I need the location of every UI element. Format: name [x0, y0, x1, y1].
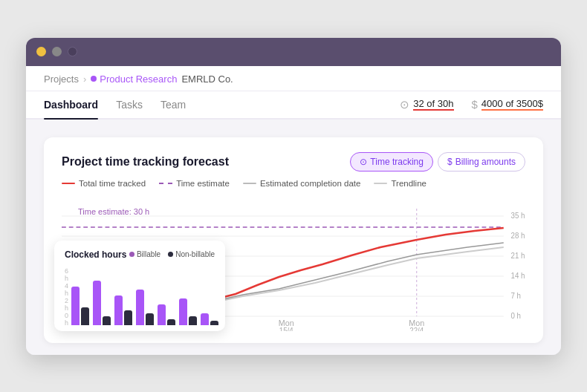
bar-group-2: [93, 281, 111, 325]
bar-nonbillable-4: [146, 313, 154, 325]
breadcrumb-bar: Projects › Product Research EMRLD Co.: [26, 66, 561, 91]
billing-icon: $: [447, 157, 453, 167]
breadcrumb-projects[interactable]: Projects: [44, 74, 79, 85]
time-estimate-label: Time estimate: 30 h: [78, 207, 149, 216]
billing-amounts-button[interactable]: $ Billing amounts: [438, 152, 525, 172]
legend-completion-date: Estimated completion date: [243, 179, 361, 188]
bar-group-4: [136, 290, 154, 325]
bar-billable-6: [179, 298, 187, 325]
bar-group-5: [158, 304, 175, 325]
window-close-dot[interactable]: [36, 47, 46, 56]
mini-legend-billable: Billable: [129, 250, 160, 258]
svg-text:7 h: 7 h: [511, 291, 522, 299]
mini-card-header: Clocked hours Billable Non-billable: [65, 249, 215, 260]
app-window: Projects › Product Research EMRLD Co. Da…: [26, 38, 561, 355]
bar-group-6: [179, 298, 197, 325]
tab-team[interactable]: Team: [160, 91, 186, 118]
time-tracking-icon: ⊙: [360, 157, 367, 167]
bar-billable-2: [93, 281, 101, 325]
bar-billable-3: [114, 295, 123, 325]
tab-list: Dashboard Tasks Team: [44, 91, 186, 118]
mini-chart-wrapper: 6 h 4 h 2 h 0 h: [65, 266, 215, 325]
time-value: 32 of 30h: [413, 98, 453, 111]
bar-billable-4: [136, 290, 144, 325]
svg-text:14 h: 14 h: [511, 271, 525, 279]
breadcrumb-company: EMRLD Co.: [181, 74, 233, 85]
svg-text:35 h: 35 h: [511, 211, 525, 219]
dollar-icon: $: [472, 98, 478, 111]
forecast-card: Project time tracking forecast ⊙ Time tr…: [44, 137, 543, 343]
bar-billable-1: [71, 287, 80, 325]
breadcrumb-dot-icon: [91, 76, 97, 82]
window-maximize-dot[interactable]: [68, 47, 77, 56]
legend-red-line: [62, 183, 75, 184]
bar-nonbillable-5: [167, 319, 175, 325]
breadcrumb-separator: ›: [83, 74, 86, 85]
bar-group-1: [71, 287, 89, 325]
svg-text:28 h: 28 h: [511, 231, 525, 239]
mini-card-title: Clocked hours: [65, 249, 126, 260]
card-header: Project time tracking forecast ⊙ Time tr…: [62, 152, 525, 172]
tab-dashboard[interactable]: Dashboard: [44, 91, 98, 118]
legend-time-estimate: Time estimate: [159, 179, 230, 188]
card-buttons: ⊙ Time tracking $ Billing amounts: [350, 152, 525, 172]
breadcrumb-project-name[interactable]: Product Research: [91, 74, 177, 85]
chart-legend: Total time tracked Time estimate Estimat…: [62, 179, 525, 188]
mini-card: Clocked hours Billable Non-billable: [54, 241, 225, 331]
legend-lightgray-line: [374, 183, 387, 184]
main-content: Project time tracking forecast ⊙ Time tr…: [26, 120, 561, 355]
bar-billable-7: [201, 313, 209, 325]
mini-bar-chart: [71, 266, 218, 325]
bar-nonbillable-3: [124, 310, 132, 325]
tab-tasks[interactable]: Tasks: [116, 91, 143, 118]
mini-legend: Billable Non-billable: [129, 250, 215, 258]
chart-area: Time estimate: 30 h: [62, 194, 525, 331]
tab-metrics: ⊙ 32 of 30h $ 4000 of 3500$: [400, 98, 543, 111]
svg-text:0 h: 0 h: [511, 311, 522, 319]
legend-purple-dashed-line: [159, 183, 172, 184]
breadcrumb: Projects › Product Research EMRLD Co.: [44, 74, 543, 91]
bar-group-3: [114, 295, 132, 325]
time-metric: ⊙ 32 of 30h: [400, 98, 453, 111]
bar-group-7: [201, 313, 218, 325]
clock-icon: ⊙: [400, 98, 409, 111]
bar-chart-bars: [71, 266, 218, 325]
mini-legend-nonbillable: Non-billable: [168, 250, 215, 258]
bar-billable-5: [158, 304, 166, 325]
billable-dot-icon: [129, 252, 134, 257]
svg-text:21 h: 21 h: [511, 251, 525, 259]
tabs-bar: Dashboard Tasks Team ⊙ 32 of 30h $ 4000 …: [26, 91, 561, 120]
window-minimize-dot[interactable]: [52, 47, 62, 56]
svg-text:22/4: 22/4: [409, 326, 424, 330]
money-value: 4000 of 3500$: [481, 98, 543, 111]
legend-gray-line: [243, 183, 256, 184]
money-metric: $ 4000 of 3500$: [472, 98, 543, 111]
svg-text:15/4: 15/4: [279, 326, 294, 330]
titlebar: [26, 38, 561, 66]
card-title: Project time tracking forecast: [62, 155, 229, 169]
mini-bar-y-labels: 6 h 4 h 2 h 0 h: [65, 266, 68, 325]
bar-nonbillable-7: [210, 321, 218, 325]
nonbillable-dot-icon: [168, 252, 173, 257]
legend-total-time: Total time tracked: [62, 179, 146, 188]
time-tracking-button[interactable]: ⊙ Time tracking: [350, 152, 433, 172]
bar-nonbillable-6: [189, 316, 197, 325]
bar-nonbillable-1: [81, 307, 89, 325]
bar-nonbillable-2: [103, 316, 111, 325]
legend-trendline: Trendline: [374, 179, 427, 188]
